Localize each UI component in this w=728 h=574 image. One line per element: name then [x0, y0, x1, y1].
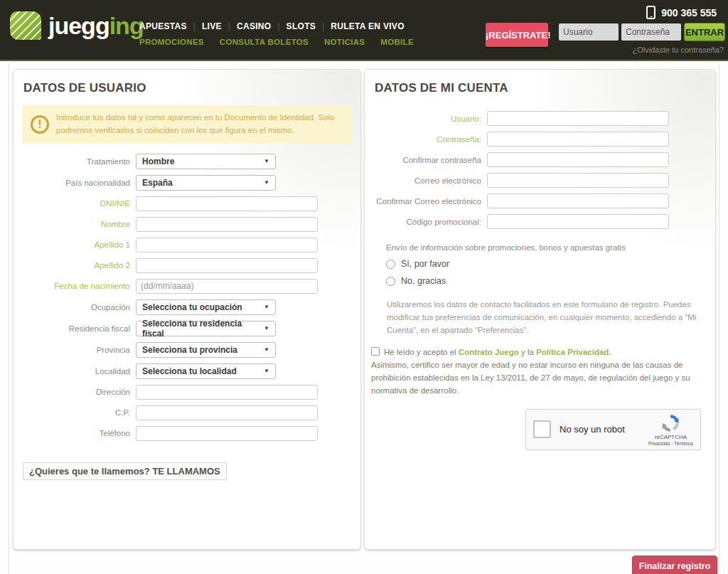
contact-preferences-note: Utilizaremos los datos de contacto facil…	[387, 299, 705, 336]
form-row: Nombre	[14, 217, 360, 232]
form-row: Fecha de nacimiento	[14, 279, 360, 294]
user-form: Tratamiento Hombre ▼ País nacionalidad E…	[14, 154, 360, 441]
field-label: Residencia fiscal	[14, 324, 130, 333]
radio-option-yes[interactable]: Sí, por favor	[386, 259, 715, 269]
nav-ruleta-en-vivo[interactable]: RULETA EN VIVO	[331, 21, 405, 31]
radio-yes-circle[interactable]	[386, 260, 395, 269]
warning-icon: !	[31, 115, 49, 134]
nav-secondary: PROMOCIONES CONSULTA BOLETOS NOTICIAS MO…	[139, 38, 481, 46]
nav-promociones[interactable]: PROMOCIONES	[139, 38, 204, 46]
terms-block: He leído y acepto el Contrato Juego y la…	[371, 346, 705, 397]
terms-accept-text: He leído y acepto el Contrato Juego y la…	[384, 346, 611, 359]
contrato-juego-link[interactable]: Contrato Juego	[459, 348, 519, 356]
finish-registration-button[interactable]: Finalizar registro	[632, 556, 717, 574]
field-label: Teléfono	[14, 429, 130, 437]
nav-casino[interactable]: CASINO	[237, 21, 271, 31]
account-panel-title: DATOS DE MI CUENTA	[375, 81, 715, 95]
chevron-down-icon: ▼	[264, 346, 269, 353]
recaptcha-logo-icon	[660, 413, 680, 433]
nav-slots[interactable]: SLOTS	[287, 21, 316, 31]
nav-consulta-boletos[interactable]: CONSULTA BOLETOS	[220, 38, 309, 46]
form-row: Correo electrónico	[365, 173, 715, 188]
provincia-select[interactable]: Selecciona tu provincia ▼	[136, 342, 276, 358]
field-label: Fecha de nacimiento	[14, 282, 130, 290]
identity-notice: ! Introduce tus datos tal y como aparece…	[22, 105, 352, 144]
cp-input[interactable]	[136, 405, 318, 420]
form-row: Apellido 2	[14, 258, 360, 273]
field-label: País nacionalidad	[14, 179, 130, 187]
radio-option-no[interactable]: No, gracias	[386, 276, 715, 286]
nav-separator: |	[277, 21, 279, 31]
correo-input[interactable]	[487, 173, 669, 188]
confirmar-correo-input[interactable]	[487, 193, 669, 208]
form-row: Confirmar Correo electrónico	[365, 193, 715, 208]
field-label: Dirección	[14, 388, 130, 396]
terms-checkbox[interactable]	[371, 347, 380, 356]
juegging-logo-icon	[10, 11, 41, 40]
field-label: Ocupación	[14, 303, 130, 312]
form-row: Ocupación Selecciona tu ocupación ▼	[14, 299, 360, 315]
nav-apuestas[interactable]: APUESTAS	[139, 21, 187, 31]
phone-icon	[646, 6, 655, 19]
fecha-nacimiento-input[interactable]	[136, 279, 318, 294]
recaptcha-widget: No soy un robot reCAPTCHA Privacidad - T…	[525, 409, 701, 450]
login-submit-button[interactable]: ENTRAR	[684, 23, 725, 41]
chevron-down-icon: ▼	[264, 304, 269, 310]
nombre-input[interactable]	[136, 217, 318, 232]
usuario-input[interactable]	[487, 111, 669, 126]
radio-no-circle[interactable]	[386, 277, 395, 286]
identity-notice-text: Introduce tus datos tal y como aparecen …	[56, 112, 345, 137]
dni-input[interactable]	[136, 196, 318, 211]
account-form: Usuario: Contraseña: Confirmar contraseñ…	[365, 111, 715, 229]
field-label: Confirmar contraseña	[365, 156, 481, 164]
form-row: Código promocional:	[365, 214, 715, 229]
form-row: País nacionalidad España ▼	[14, 175, 360, 191]
field-label: Contraseña:	[365, 135, 481, 144]
field-label: Correo electrónico	[365, 176, 481, 185]
register-button[interactable]: ¡REGÍSTRATE!	[486, 23, 548, 47]
form-row: DNI/NIE	[14, 196, 360, 211]
field-label: Provincia	[14, 346, 130, 354]
login-password-input[interactable]	[621, 23, 681, 41]
apellido2-input[interactable]	[136, 258, 318, 273]
nav-mobile[interactable]: MOBILE	[380, 38, 414, 46]
form-row: Tratamiento Hombre ▼	[14, 154, 360, 169]
recaptcha-links[interactable]: Privacidad - Términos	[648, 441, 693, 446]
user-panel-title: DATOS DE USUARIO	[23, 81, 360, 95]
chevron-down-icon: ▼	[264, 325, 269, 331]
recaptcha-checkbox[interactable]	[533, 420, 551, 438]
chevron-down-icon: ▼	[264, 179, 269, 186]
localidad-select[interactable]: Selecciona tu localidad ▼	[136, 363, 276, 379]
pais-nacionalidad-select[interactable]: España ▼	[136, 175, 276, 191]
tratamiento-select[interactable]: Hombre ▼	[136, 154, 276, 169]
form-row: Localidad Selecciona tu localidad ▼	[14, 363, 360, 379]
confirmar-contrasena-input[interactable]	[487, 152, 669, 167]
call-me-link[interactable]: ¿Quieres que te llamemos? TE LLAMAMOS	[23, 462, 227, 480]
form-row: Apellido 1	[14, 238, 360, 253]
juegging-logo[interactable]: juegging	[10, 11, 144, 40]
telefono-input[interactable]	[136, 426, 318, 441]
contrasena-input[interactable]	[487, 132, 669, 147]
form-row: Provincia Selecciona tu provincia ▼	[14, 342, 360, 358]
field-label: Nombre	[14, 220, 130, 228]
login-username-input[interactable]	[559, 23, 619, 41]
apellido1-input[interactable]	[136, 238, 318, 253]
account-data-panel: DATOS DE MI CUENTA Usuario: Contraseña: …	[364, 69, 716, 550]
nav-live[interactable]: LIVE	[202, 21, 222, 31]
phone-number: 900 365 555	[661, 7, 717, 18]
nav-separator: |	[193, 21, 196, 31]
form-row: Confirmar contraseña	[365, 152, 715, 167]
form-row: Residencia fiscal Selecciona tu residenc…	[14, 321, 360, 336]
direccion-input[interactable]	[136, 385, 318, 400]
field-label: Apellido 1	[14, 240, 130, 249]
nav-separator: |	[322, 21, 324, 31]
residencia-fiscal-select[interactable]: Selecciona tu residencia fiscal ▼	[136, 321, 276, 336]
main-nav: APUESTAS| LIVE| CASINO| SLOTS| RULETA EN…	[139, 21, 481, 46]
codigo-promocional-input[interactable]	[487, 214, 669, 229]
ocupacion-select[interactable]: Selecciona tu ocupación ▼	[136, 299, 276, 315]
terms-accept-row: He leído y acepto el Contrato Juego y la…	[371, 346, 705, 359]
forgot-password-link[interactable]: ¿Olvidaste tu contraseña?	[633, 46, 724, 54]
nav-noticias[interactable]: NOTICIAS	[324, 38, 365, 46]
politica-privacidad-link[interactable]: Política Privacidad.	[536, 348, 611, 356]
field-label: Localidad	[14, 367, 130, 376]
